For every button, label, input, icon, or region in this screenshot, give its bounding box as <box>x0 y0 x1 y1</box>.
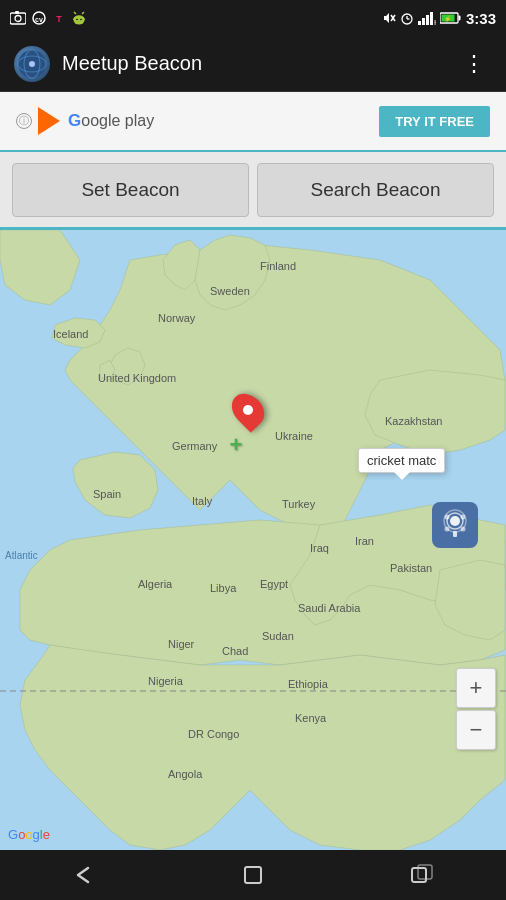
svg-rect-2 <box>15 11 19 14</box>
ad-info-icon[interactable]: ⓘ <box>16 113 32 129</box>
svg-rect-38 <box>245 867 261 883</box>
screenshot-icon <box>10 11 26 25</box>
svg-text:cv: cv <box>35 16 43 23</box>
svg-point-1 <box>15 16 21 22</box>
svg-point-36 <box>461 527 466 532</box>
svg-rect-17 <box>422 18 425 25</box>
try-free-button[interactable]: TRY IT FREE <box>379 106 490 137</box>
zoom-in-button[interactable]: + <box>456 668 496 708</box>
ad-brand-text: Google play <box>68 111 154 131</box>
svg-point-28 <box>29 61 35 67</box>
tmobile-icon: T <box>52 11 66 25</box>
button-row: Set Beacon Search Beacon <box>0 152 506 230</box>
svg-point-10 <box>80 19 82 21</box>
app-title: Meetup Beacon <box>62 52 445 75</box>
status-left-icons: cv T <box>10 11 87 25</box>
zoom-controls: + − <box>456 668 496 750</box>
mute-icon <box>382 11 396 25</box>
alarm-icon <box>400 11 414 25</box>
battery-icon: ⚡ <box>440 11 462 25</box>
zoom-out-button[interactable]: − <box>456 710 496 750</box>
svg-text:H: H <box>434 18 436 25</box>
play-icon <box>38 107 60 135</box>
ad-brand: Google play <box>38 107 154 135</box>
cv-icon: cv <box>31 11 47 25</box>
svg-rect-37 <box>453 531 457 537</box>
nav-bar <box>0 850 506 900</box>
status-time: 3:33 <box>466 10 496 27</box>
svg-point-33 <box>445 515 450 520</box>
svg-rect-16 <box>418 21 421 25</box>
svg-rect-39 <box>412 868 426 882</box>
app-bar: Meetup Beacon ⋮ <box>0 36 506 92</box>
overflow-menu-button[interactable]: ⋮ <box>457 47 492 81</box>
recent-apps-button[interactable] <box>392 857 452 893</box>
app-logo <box>14 46 50 82</box>
signal-icon: H <box>418 11 436 25</box>
ad-banner: ⓘ Google play TRY IT FREE <box>0 92 506 152</box>
svg-line-7 <box>74 12 76 14</box>
beacon-location-icon[interactable] <box>432 502 478 548</box>
location-marker <box>234 392 262 428</box>
map-tooltip: cricket matc <box>358 448 445 473</box>
svg-rect-19 <box>430 12 433 25</box>
svg-rect-0 <box>10 13 26 24</box>
map-area[interactable]: .ocean { fill: #a8d4f0; } .land { fill: … <box>0 230 506 850</box>
google-watermark: Google <box>8 827 50 842</box>
svg-point-34 <box>461 515 466 520</box>
add-location-marker[interactable]: + <box>230 432 243 458</box>
svg-point-35 <box>445 527 450 532</box>
map-container: .ocean { fill: #a8d4f0; } .land { fill: … <box>0 230 506 850</box>
svg-point-9 <box>76 19 78 21</box>
svg-line-8 <box>82 12 84 14</box>
svg-rect-23 <box>458 16 460 21</box>
android-icon <box>71 11 87 25</box>
svg-point-30 <box>450 516 460 526</box>
svg-text:⚡: ⚡ <box>444 15 452 23</box>
back-button[interactable] <box>54 857 114 893</box>
svg-text:T: T <box>56 14 62 24</box>
status-bar: cv T <box>0 0 506 36</box>
home-button[interactable] <box>223 857 283 893</box>
set-beacon-button[interactable]: Set Beacon <box>12 163 249 217</box>
dashed-line <box>0 690 506 692</box>
status-right-icons: H ⚡ 3:33 <box>382 10 496 27</box>
search-beacon-button[interactable]: Search Beacon <box>257 163 494 217</box>
svg-rect-18 <box>426 15 429 25</box>
